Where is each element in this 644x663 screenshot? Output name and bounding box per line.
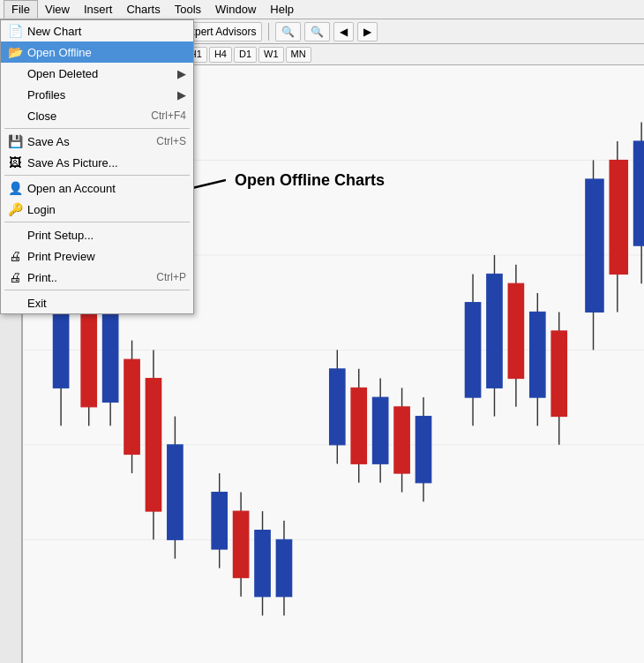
scroll-right-icon: ▶	[363, 26, 371, 38]
file-dropdown-menu: 📄 New Chart 📂 Open Offline Open Deleted …	[0, 19, 194, 314]
svg-rect-15	[124, 359, 139, 454]
tf-mn[interactable]: MN	[286, 47, 311, 63]
menu-sep-2	[4, 175, 190, 176]
svg-rect-39	[465, 303, 480, 397]
zoom-out-icon: 🔍	[311, 26, 324, 38]
tf-h4[interactable]: H4	[209, 47, 232, 63]
open-offline-icon: 📂	[6, 45, 24, 59]
open-deleted-submenu-arrow: ▶	[177, 67, 186, 80]
save-as-picture-icon: 🖼	[6, 155, 24, 170]
print-preview-label: Print Preview	[27, 250, 95, 263]
file-dropdown-overlay: 📄 New Chart 📂 Open Offline Open Deleted …	[0, 19, 194, 314]
profiles-label: Profiles	[27, 88, 65, 102]
menu-item-save-as-picture[interactable]: 🖼 Save As Picture...	[1, 152, 193, 173]
menu-view[interactable]: View	[38, 1, 77, 18]
svg-rect-35	[394, 407, 409, 473]
print-label: Print..	[27, 271, 57, 284]
menu-item-profiles[interactable]: Profiles ▶	[1, 84, 193, 105]
new-chart-icon: 📄	[6, 24, 24, 38]
profiles-submenu-arrow: ▶	[177, 88, 186, 102]
menu-insert[interactable]: Insert	[77, 1, 120, 18]
zoom-in-button[interactable]: 🔍	[275, 22, 301, 41]
svg-rect-23	[233, 511, 248, 577]
menu-item-print-preview[interactable]: 🖨 Print Preview	[1, 245, 193, 267]
svg-rect-27	[276, 539, 291, 596]
menu-item-open-deleted[interactable]: Open Deleted ▶	[1, 63, 193, 84]
scroll-left-icon: ◀	[340, 26, 348, 38]
svg-rect-17	[146, 379, 161, 511]
svg-rect-41	[487, 274, 502, 388]
tf-w1[interactable]: W1	[258, 47, 284, 63]
save-as-icon: 💾	[6, 134, 24, 148]
open-deleted-label: Open Deleted	[27, 67, 98, 80]
svg-rect-49	[586, 179, 603, 312]
svg-rect-47	[551, 331, 566, 417]
new-chart-label: New Chart	[27, 25, 81, 38]
menu-tools[interactable]: Tools	[168, 1, 208, 18]
open-account-icon: 👤	[6, 181, 24, 195]
menu-sep-3	[4, 222, 190, 222]
tf-d1[interactable]: D1	[234, 47, 257, 63]
menu-sep-1	[4, 128, 190, 129]
zoom-out-button[interactable]: 🔍	[304, 22, 330, 41]
save-as-picture-label: Save As Picture...	[27, 156, 118, 170]
print-preview-icon: 🖨	[6, 249, 24, 263]
zoom-in-icon: 🔍	[281, 26, 295, 38]
menu-charts[interactable]: Charts	[119, 1, 167, 18]
menu-item-close[interactable]: Close Ctrl+F4	[1, 105, 193, 126]
menu-item-print-setup[interactable]: Print Setup...	[1, 224, 193, 245]
svg-rect-37	[416, 417, 431, 483]
save-as-shortcut: Ctrl+S	[156, 135, 186, 147]
print-shortcut: Ctrl+P	[156, 271, 186, 283]
menu-item-open-account[interactable]: 👤 Open an Account	[1, 177, 193, 199]
scroll-right-button[interactable]: ▶	[357, 22, 378, 41]
svg-rect-13	[103, 307, 118, 402]
svg-rect-43	[508, 283, 523, 378]
svg-rect-19	[168, 445, 183, 539]
login-icon: 🔑	[6, 202, 24, 216]
save-as-label: Save As	[27, 135, 70, 148]
scroll-left-button[interactable]: ◀	[333, 22, 354, 41]
svg-rect-33	[373, 397, 388, 463]
svg-rect-29	[330, 369, 345, 445]
annotation-text: Open Offline Charts	[235, 171, 385, 190]
svg-rect-45	[530, 312, 545, 397]
menu-bar: File View Insert Charts Tools Window Hel…	[0, 0, 644, 19]
svg-rect-51	[610, 160, 627, 274]
menu-sep-4	[4, 290, 190, 290]
menu-window[interactable]: Window	[208, 1, 263, 18]
menu-item-login[interactable]: 🔑 Login	[1, 199, 193, 220]
svg-rect-31	[351, 388, 366, 463]
open-account-label: Open an Account	[27, 182, 116, 195]
menu-item-print[interactable]: 🖨 Print.. Ctrl+P	[1, 267, 193, 288]
print-icon: 🖨	[6, 270, 24, 284]
close-shortcut: Ctrl+F4	[151, 109, 186, 122]
menu-help[interactable]: Help	[263, 1, 301, 18]
open-offline-label: Open Offline	[27, 46, 92, 59]
menu-item-save-as[interactable]: 💾 Save As Ctrl+S	[1, 131, 193, 152]
login-label: Login	[27, 203, 56, 216]
print-setup-label: Print Setup...	[27, 229, 94, 242]
close-label: Close	[27, 109, 56, 123]
svg-rect-25	[255, 531, 270, 597]
toolbar-separator-3	[268, 23, 269, 41]
exit-label: Exit	[27, 297, 47, 310]
menu-item-exit[interactable]: Exit	[1, 292, 193, 313]
annotation-container: Open Offline Charts	[235, 171, 385, 190]
svg-rect-53	[634, 141, 644, 245]
menu-item-new-chart[interactable]: 📄 New Chart	[1, 20, 193, 41]
menu-item-open-offline[interactable]: 📂 Open Offline	[1, 41, 193, 63]
svg-rect-21	[212, 493, 227, 549]
menu-file[interactable]: File	[4, 0, 38, 19]
